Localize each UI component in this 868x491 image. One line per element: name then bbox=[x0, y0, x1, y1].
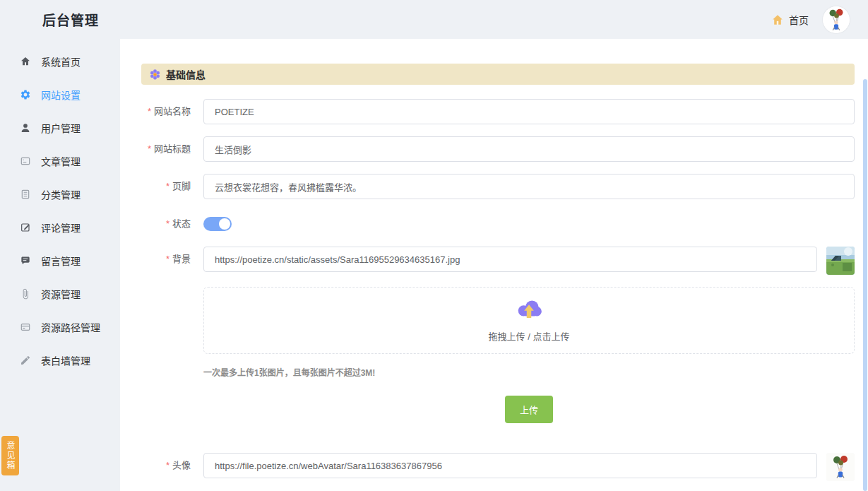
sidebar-item-label: 表白墙管理 bbox=[41, 353, 90, 367]
sidebar-item-category-management[interactable]: 分类管理 bbox=[0, 177, 120, 211]
user-avatar[interactable] bbox=[823, 6, 850, 33]
basic-info-section-header: 基础信息 bbox=[141, 64, 855, 85]
main-content-panel: 基础信息 网站名称 网站标题 页脚 状态 背景 bbox=[120, 39, 868, 491]
upload-cloud-icon bbox=[513, 298, 545, 322]
sidebar-item-label: 分类管理 bbox=[41, 187, 81, 201]
upload-drag-text: 拖拽上传 / 点击上传 bbox=[489, 329, 570, 343]
sidebar-item-label: 留言管理 bbox=[41, 254, 81, 268]
avatar-url-input[interactable] bbox=[203, 453, 817, 478]
avatar-preview-image bbox=[826, 453, 855, 481]
app-title: 后台管理 bbox=[42, 10, 99, 29]
basic-info-form: 网站名称 网站标题 页脚 状态 背景 bbox=[141, 99, 855, 491]
avatar-row: 头像 bbox=[141, 453, 855, 481]
sidebar-item-confession-wall-management[interactable]: 表白墙管理 bbox=[0, 343, 120, 377]
section-title: 基础信息 bbox=[166, 67, 206, 81]
upload-button[interactable]: 上传 bbox=[505, 396, 553, 423]
avatar-balloons-image bbox=[823, 6, 850, 33]
upload-button-row: 上传 bbox=[203, 396, 855, 423]
avatar-label: 头像 bbox=[141, 453, 191, 478]
flower-gear-icon bbox=[150, 69, 160, 80]
upload-hint-row: 一次最多上传1张图片，且每张图片不超过3M! bbox=[203, 366, 855, 379]
sidebar-item-label: 文章管理 bbox=[41, 154, 81, 168]
pen-icon bbox=[20, 355, 31, 366]
sidebar-item-label: 评论管理 bbox=[41, 220, 81, 235]
background-url-input[interactable] bbox=[203, 247, 817, 272]
status-label: 状态 bbox=[141, 211, 191, 237]
avatar-thumbnail bbox=[826, 453, 855, 481]
upload-hint-text: 一次最多上传1张图片，且每张图片不超过3M! bbox=[203, 368, 375, 378]
message-icon bbox=[20, 255, 31, 266]
home-link-label: 首页 bbox=[789, 13, 809, 27]
gear-icon bbox=[20, 89, 31, 100]
sidebar-item-resource-management[interactable]: 资源管理 bbox=[0, 277, 120, 310]
background-upload-row: 拖拽上传 / 点击上传 bbox=[141, 287, 855, 354]
vertical-scrollbar-thumb[interactable] bbox=[863, 79, 867, 491]
sidebar-item-message-management[interactable]: 留言管理 bbox=[0, 244, 120, 277]
user-icon bbox=[20, 122, 31, 134]
site-name-row: 网站名称 bbox=[141, 99, 855, 124]
sidebar-item-label: 资源路径管理 bbox=[41, 320, 100, 334]
status-toggle[interactable] bbox=[203, 217, 232, 231]
site-name-label: 网站名称 bbox=[141, 99, 191, 124]
sidebar-item-label: 资源管理 bbox=[41, 287, 81, 301]
status-row: 状态 bbox=[141, 211, 855, 237]
site-title-input[interactable] bbox=[203, 136, 855, 162]
site-title-label: 网站标题 bbox=[141, 136, 191, 162]
home-house-icon bbox=[771, 13, 784, 26]
site-title-row: 网站标题 bbox=[141, 136, 855, 162]
sidebar-item-resource-path-management[interactable]: 资源路径管理 bbox=[0, 310, 120, 343]
sidebar-item-user-management[interactable]: 用户管理 bbox=[0, 111, 120, 144]
sidebar-item-system-home[interactable]: 系统首页 bbox=[0, 45, 120, 78]
sidebar-nav: 系统首页 网站设置 用户管理 文章管理 分类管理 评论管理 留言管理 资源管理 … bbox=[0, 39, 120, 491]
background-label: 背景 bbox=[141, 247, 191, 272]
home-link[interactable]: 首页 bbox=[771, 13, 809, 27]
comment-edit-icon bbox=[20, 222, 31, 233]
site-name-input[interactable] bbox=[203, 99, 855, 124]
background-thumbnail bbox=[826, 247, 855, 275]
sidebar-item-site-settings[interactable]: 网站设置 bbox=[0, 78, 120, 111]
footer-row: 页脚 bbox=[141, 174, 855, 199]
paperclip-icon bbox=[20, 288, 31, 300]
footer-input[interactable] bbox=[203, 174, 855, 199]
article-icon bbox=[20, 155, 31, 167]
background-upload-dropzone[interactable]: 拖拽上传 / 点击上传 bbox=[203, 287, 855, 354]
card-icon bbox=[20, 321, 31, 333]
sidebar-item-label: 系统首页 bbox=[41, 54, 81, 69]
sidebar-item-label: 用户管理 bbox=[41, 121, 81, 135]
category-icon bbox=[20, 189, 31, 200]
sidebar-item-label: 网站设置 bbox=[41, 88, 81, 102]
background-row: 背景 bbox=[141, 247, 855, 275]
home-icon bbox=[20, 56, 31, 67]
sidebar-item-comment-management[interactable]: 评论管理 bbox=[0, 211, 120, 244]
sidebar-item-article-management[interactable]: 文章管理 bbox=[0, 144, 120, 177]
top-header: 后台管理 首页 bbox=[0, 0, 868, 39]
floating-side-tag[interactable]: 意见箱 bbox=[1, 436, 19, 475]
footer-label: 页脚 bbox=[141, 174, 191, 199]
background-preview-image bbox=[826, 247, 855, 275]
